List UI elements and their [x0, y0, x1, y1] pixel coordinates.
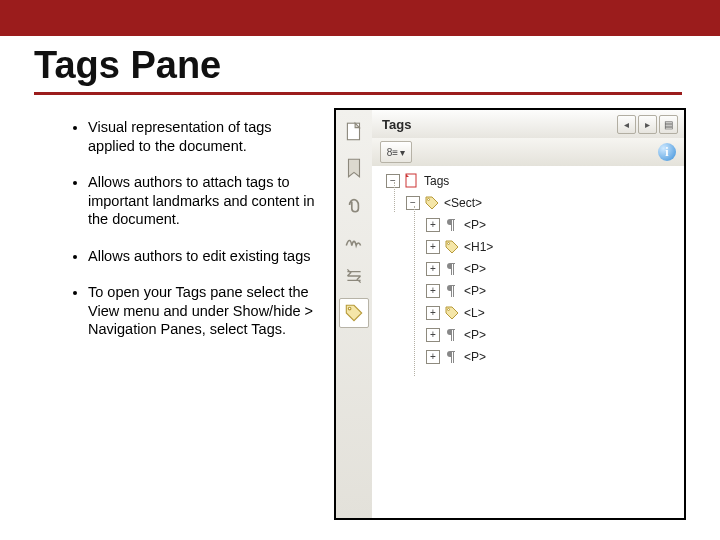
slide-title: Tags Pane [34, 44, 221, 87]
bullet-item: Visual representation of tags applied to… [88, 118, 320, 155]
svg-point-4 [428, 199, 430, 201]
bullet-list: Visual representation of tags applied to… [72, 118, 320, 357]
collapse-icon[interactable]: − [386, 174, 400, 188]
svg-point-6 [448, 309, 450, 311]
panel-title: Tags [382, 117, 411, 132]
tag-node-icon [424, 195, 440, 211]
prev-button-icon[interactable]: ◂ [617, 115, 636, 134]
expand-icon[interactable]: + [426, 240, 440, 254]
svg-point-2 [348, 307, 351, 310]
tree-child-row[interactable]: + <P> [372, 280, 684, 302]
title-underline [34, 92, 682, 95]
expand-icon[interactable]: + [426, 262, 440, 276]
signature-icon[interactable] [340, 226, 368, 254]
tree-node-label: <P> [464, 218, 486, 232]
svg-point-5 [448, 243, 450, 245]
tags-tab-icon[interactable] [339, 298, 369, 328]
order-panel-icon[interactable] [340, 262, 368, 290]
paragraph-icon [444, 283, 460, 299]
tree-child-row[interactable]: + <H1> [372, 236, 684, 258]
tree-node-label: <P> [464, 350, 486, 364]
tree-sect-row[interactable]: − <Sect> [372, 192, 684, 214]
tree-node-label: Tags [424, 174, 449, 188]
tree-node-label: <P> [464, 284, 486, 298]
paragraph-icon [444, 349, 460, 365]
tree-child-row[interactable]: + <P> [372, 214, 684, 236]
tree-node-label: <H1> [464, 240, 493, 254]
panel-toolbar: 8≡▾ i [372, 138, 684, 167]
info-icon[interactable]: i [658, 143, 676, 161]
tree-child-row[interactable]: + <P> [372, 258, 684, 280]
collapse-icon[interactable]: − [406, 196, 420, 210]
bullet-item: To open your Tags pane select the View m… [88, 283, 320, 339]
tree-node-label: <P> [464, 262, 486, 276]
tag-node-icon [444, 305, 460, 321]
panel-header-controls: ◂ ▸ ▤ [617, 115, 678, 134]
bullet-item: Allows authors to attach tags to importa… [88, 173, 320, 229]
tree-child-row[interactable]: + <P> [372, 346, 684, 368]
panel-menu-button[interactable]: ▤ [659, 115, 678, 134]
tags-pane-screenshot: Tags ◂ ▸ ▤ 8≡▾ i − Tags [334, 108, 686, 520]
tree-guide [414, 206, 415, 376]
options-dropdown[interactable]: 8≡▾ [380, 141, 412, 163]
tree-child-row[interactable]: + <L> [372, 302, 684, 324]
top-accent-bar [0, 0, 720, 36]
tree-node-label: <Sect> [444, 196, 482, 210]
bookmark-icon[interactable] [340, 154, 368, 182]
paragraph-icon [444, 327, 460, 343]
slide: Tags Pane Visual representation of tags … [0, 0, 720, 540]
next-button-icon[interactable]: ▸ [638, 115, 657, 134]
panel-header: Tags ◂ ▸ ▤ [372, 110, 684, 139]
paragraph-icon [444, 261, 460, 277]
expand-icon[interactable]: + [426, 350, 440, 364]
paragraph-icon [444, 217, 460, 233]
tags-tree[interactable]: − Tags − <Sect> + <P> + [372, 166, 684, 518]
tree-root-row[interactable]: − Tags [372, 170, 684, 192]
bullet-item: Allows authors to edit existing tags [88, 247, 320, 266]
expand-icon[interactable]: + [426, 306, 440, 320]
tree-node-label: <L> [464, 306, 485, 320]
attachment-icon[interactable] [340, 190, 368, 218]
tree-child-row[interactable]: + <P> [372, 324, 684, 346]
tag-node-icon [444, 239, 460, 255]
page-thumbnails-icon[interactable] [340, 118, 368, 146]
expand-icon[interactable]: + [426, 328, 440, 342]
expand-icon[interactable]: + [426, 284, 440, 298]
nav-pane-tabstrip [336, 110, 373, 518]
pdf-root-icon [404, 173, 420, 189]
expand-icon[interactable]: + [426, 218, 440, 232]
tree-node-label: <P> [464, 328, 486, 342]
tree-guide [394, 182, 395, 212]
